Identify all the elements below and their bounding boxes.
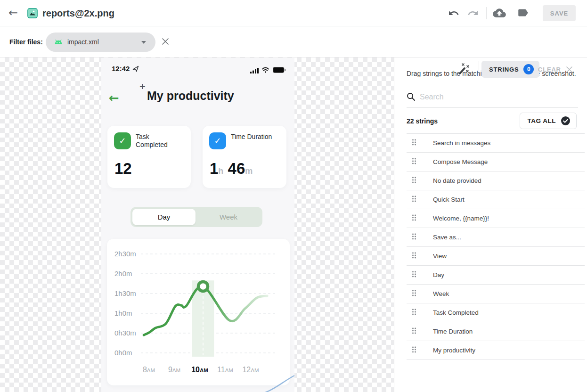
app-screenshot[interactable]: 12:42 ← + My productivity bbox=[101, 58, 294, 392]
drag-handle-icon[interactable] bbox=[411, 176, 417, 186]
time-duration-card[interactable]: ✓ Time Duration 1h 46m bbox=[203, 126, 286, 188]
file-filter-dropdown[interactable]: impact.xml bbox=[46, 33, 155, 52]
card-value: 1h 46m bbox=[210, 160, 253, 178]
string-row[interactable]: Search in messages bbox=[407, 134, 585, 153]
main-content: 12:42 ← + My productivity bbox=[0, 57, 587, 392]
task-completed-card[interactable]: ✓ Task Completed 12 bbox=[107, 126, 191, 188]
strings-count-badge: 0 bbox=[523, 64, 534, 74]
string-label: View bbox=[433, 253, 447, 260]
string-row[interactable]: Welcome, {{name}}! bbox=[407, 209, 585, 228]
redo-icon[interactable] bbox=[467, 8, 479, 21]
x-tick-label: 11AM bbox=[217, 366, 233, 374]
y-tick-label: 1h30m bbox=[114, 289, 136, 297]
string-row[interactable]: Save as... bbox=[407, 228, 585, 247]
drag-handle-icon[interactable] bbox=[411, 157, 417, 167]
tag-all-button[interactable]: TAG ALL bbox=[520, 113, 577, 129]
filter-bar: Filter files: impact.xml bbox=[0, 26, 587, 57]
y-tick-label: 1h0m bbox=[114, 309, 132, 317]
back-arrow-icon[interactable]: ← bbox=[8, 6, 18, 19]
remove-filter-icon[interactable] bbox=[162, 38, 169, 47]
drag-handle-icon[interactable] bbox=[411, 252, 417, 261]
search-icon bbox=[407, 92, 416, 103]
app-window: ← reports@2x.png SAVE Filter files: bbox=[0, 0, 587, 392]
string-row[interactable]: Compose Message bbox=[407, 153, 585, 172]
strings-toggle-button[interactable]: STRINGS 0 bbox=[481, 61, 539, 78]
save-button[interactable]: SAVE bbox=[543, 5, 576, 21]
string-row[interactable]: My productivity bbox=[407, 341, 585, 360]
string-label: Save as... bbox=[433, 234, 461, 241]
drag-handle-icon[interactable] bbox=[411, 270, 417, 280]
android-icon bbox=[54, 38, 63, 49]
page-title: reports@2x.png bbox=[42, 0, 114, 26]
string-row[interactable]: Quick Start bbox=[407, 190, 585, 209]
string-row[interactable]: Day bbox=[407, 266, 585, 285]
cellular-signal-icon bbox=[250, 67, 259, 75]
wifi-icon bbox=[261, 66, 269, 75]
panel-separator bbox=[394, 364, 587, 364]
y-tick-label: 2h0m bbox=[114, 270, 132, 278]
drag-handle-icon[interactable] bbox=[411, 139, 417, 148]
clear-x-icon bbox=[566, 66, 573, 73]
string-label: Search in messages bbox=[433, 139, 490, 147]
clear-tags-button[interactable]: CLEAR bbox=[538, 61, 573, 78]
productivity-chart: 2h30m2h0m1h30m1h0m0h30m0h0m8AM9AM10AM11A… bbox=[107, 239, 290, 385]
upload-cloud-icon[interactable] bbox=[493, 8, 506, 20]
tag-label-icon[interactable] bbox=[517, 8, 529, 20]
clear-label: CLEAR bbox=[538, 66, 561, 73]
string-row[interactable]: Task Completed bbox=[407, 303, 585, 322]
toolbar-divider bbox=[486, 7, 487, 19]
drag-handle-icon[interactable] bbox=[411, 308, 417, 318]
card-label[interactable]: Time Duration bbox=[231, 133, 278, 141]
undo-icon[interactable] bbox=[448, 8, 460, 21]
y-tick-label: 2h30m bbox=[114, 250, 136, 258]
drag-handle-icon[interactable] bbox=[411, 327, 417, 336]
drag-handle-icon[interactable] bbox=[411, 233, 417, 242]
phone-status-bar: 12:42 bbox=[101, 65, 294, 75]
string-row[interactable]: Time Duration bbox=[407, 322, 585, 341]
partial-next-chart-line bbox=[261, 372, 294, 392]
selected-file-name: impact.xml bbox=[67, 33, 99, 52]
string-label: Compose Message bbox=[433, 158, 488, 165]
image-file-icon bbox=[27, 8, 38, 20]
auto-tag-wand-icon[interactable] bbox=[456, 61, 471, 79]
status-time: 12:42 bbox=[112, 65, 130, 73]
filter-files-label: Filter files: bbox=[9, 26, 43, 57]
strings-list: Search in messages Compose Message No da… bbox=[407, 133, 585, 360]
string-row[interactable]: Week bbox=[407, 285, 585, 303]
drag-handle-icon[interactable] bbox=[411, 289, 417, 299]
search-underline bbox=[407, 107, 578, 108]
toggle-option-week[interactable]: Week bbox=[196, 209, 261, 225]
string-label: No date provided bbox=[433, 177, 481, 184]
drag-handle-icon[interactable] bbox=[411, 195, 417, 204]
check-icon: ✓ bbox=[114, 132, 131, 149]
productivity-chart-card[interactable]: 2h30m2h0m1h30m1h0m0h30m0h0m8AM9AM10AM11A… bbox=[107, 239, 290, 385]
x-tick-label: 8AM bbox=[143, 366, 155, 374]
string-label: Week bbox=[433, 290, 449, 297]
string-row[interactable]: View bbox=[407, 247, 585, 266]
strings-panel: Drag strings to the matching text areas … bbox=[394, 57, 587, 392]
string-label: My productivity bbox=[433, 347, 475, 354]
chart-marker bbox=[198, 282, 208, 291]
string-label: Time Duration bbox=[433, 328, 473, 335]
transparency-canvas: 12:42 ← + My productivity bbox=[0, 57, 394, 392]
string-label: Welcome, {{name}}! bbox=[433, 215, 489, 222]
drag-handle-icon[interactable] bbox=[411, 346, 417, 355]
string-label: Quick Start bbox=[433, 196, 465, 203]
check-circle-icon bbox=[561, 116, 571, 126]
top-toolbar: ← reports@2x.png SAVE bbox=[0, 0, 587, 26]
card-value: 12 bbox=[114, 160, 132, 178]
strings-label: STRINGS bbox=[489, 66, 519, 73]
battery-icon bbox=[273, 66, 286, 75]
drag-handle-icon[interactable] bbox=[411, 214, 417, 223]
phone-screen-title[interactable]: My productivity bbox=[147, 89, 234, 103]
x-tick-label: 10AM bbox=[191, 366, 208, 374]
location-arrow-icon bbox=[132, 65, 139, 74]
toggle-option-day[interactable]: Day bbox=[132, 209, 196, 225]
string-row[interactable]: No date provided bbox=[407, 172, 585, 190]
chevron-down-icon bbox=[141, 41, 146, 44]
card-label[interactable]: Task Completed bbox=[136, 133, 183, 149]
string-label: Day bbox=[433, 271, 444, 278]
search-input[interactable] bbox=[420, 90, 571, 104]
phone-back-arrow-icon: ← bbox=[109, 92, 119, 104]
tag-all-label: TAG ALL bbox=[528, 117, 556, 124]
